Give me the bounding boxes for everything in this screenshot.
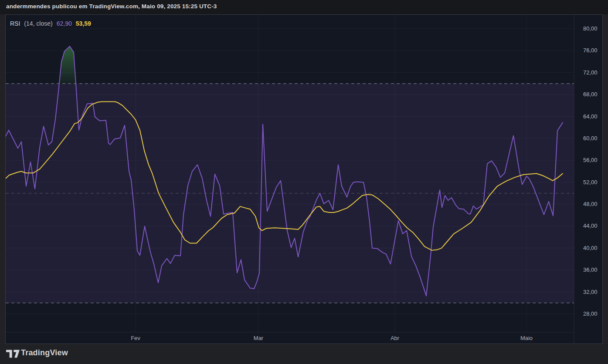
y-axis-label: 76,00 <box>583 47 606 54</box>
y-axis-label: 40,00 <box>583 245 606 252</box>
y-axis-label: 80,00 <box>583 25 606 32</box>
y-axis-label: 52,00 <box>583 179 606 186</box>
ma-current-value: 53,59 <box>76 20 91 27</box>
y-axis-label: 36,00 <box>583 266 606 273</box>
x-axis-label: Abr <box>391 335 399 341</box>
y-axis-label: 60,00 <box>583 135 606 142</box>
x-axis-label: Fev <box>131 335 140 341</box>
chart-pane: RSI (14, close) 62,90 53,59 80,0076,0072… <box>5 14 603 344</box>
indicator-name: RSI <box>10 20 20 27</box>
rsi-plot-area[interactable] <box>6 15 602 344</box>
publish-title: andermmendes publicou em TradingView.com… <box>6 3 217 10</box>
x-axis-label: Mar <box>254 335 263 341</box>
y-axis-label: 32,00 <box>583 289 606 296</box>
y-axis-label: 48,00 <box>583 201 606 208</box>
rsi-current-value: 62,90 <box>57 20 72 27</box>
tradingview-logo-icon[interactable] <box>6 350 20 358</box>
y-axis-label: 68,00 <box>583 91 606 98</box>
y-axis-label: 44,00 <box>583 222 606 229</box>
x-axis-label: Maio <box>520 335 533 341</box>
tradingview-brand-text[interactable]: TradingView <box>21 348 68 357</box>
y-axis-label: 56,00 <box>583 157 606 164</box>
indicator-legend[interactable]: RSI (14, close) 62,90 53,59 <box>10 20 91 27</box>
indicator-params: (14, close) <box>24 20 52 27</box>
y-axis-label: 64,00 <box>583 113 606 120</box>
y-axis-label: 72,00 <box>583 69 606 76</box>
footer-bar: TradingView <box>0 344 608 364</box>
y-axis-label: 28,00 <box>583 310 606 317</box>
publish-header-bar: andermmendes publicou em TradingView.com… <box>0 0 608 14</box>
